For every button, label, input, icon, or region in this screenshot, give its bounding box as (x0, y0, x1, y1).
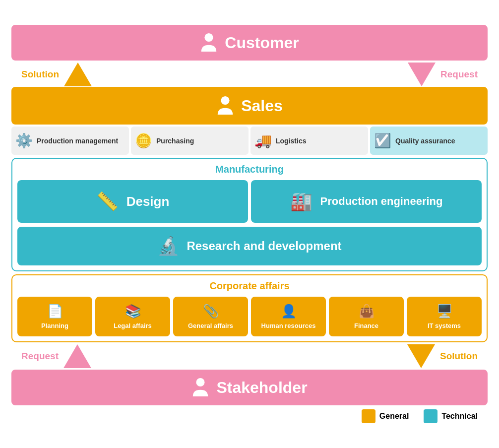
microscope-icon: 🔬 (157, 236, 180, 256)
solution-arrow-down-icon (407, 344, 435, 368)
prod-engineering-label: Production engineering (320, 195, 443, 208)
ruler-icon: 📏 (96, 191, 119, 212)
diagram-container: Customer Solution Request Sales ⚙️ Produ… (6, 20, 493, 428)
corp-general: 📎 General affairs (173, 297, 248, 336)
stakeholder-person-icon (191, 378, 209, 397)
top-flow-arrows: Solution Request (11, 61, 488, 88)
document-icon: 📄 (47, 304, 63, 319)
solution-label-bottom: Solution (440, 351, 478, 362)
corp-legal-label: Legal affairs (114, 322, 152, 329)
prod-engineering-card: 🏭 Production engineering (251, 180, 482, 223)
dept-prod-mgmt-label: Production management (37, 137, 118, 145)
monitor-icon: 🖥️ (437, 304, 452, 319)
factory-icon: 🏭 (290, 191, 312, 212)
corp-general-label: General affairs (188, 322, 233, 329)
dept-quality-label: Quality assurance (395, 137, 455, 145)
dept-purchasing-label: Purchasing (156, 137, 194, 145)
corp-it: 🖥️ IT systems (407, 297, 482, 336)
legend-technical-label: Technical (441, 412, 478, 421)
paperclip-icon: 📎 (203, 304, 219, 319)
corp-planning: 📄 Planning (17, 297, 92, 336)
stakeholder-bar: Stakeholder (11, 370, 488, 405)
manufacturing-section: Manufacturing 📏 Design 🏭 Production engi… (11, 158, 488, 271)
legend-orange-box (362, 409, 375, 423)
person-icon: 👤 (281, 304, 297, 319)
solution-arrow-area: Solution (21, 63, 92, 86)
stakeholder-label: Stakeholder (216, 379, 307, 397)
sales-bar: Sales (11, 87, 488, 125)
corp-planning-label: Planning (41, 322, 68, 329)
departments-row: ⚙️ Production management 🪙 Purchasing 🚚 … (11, 127, 488, 155)
legend-blue-box (424, 409, 437, 423)
books-icon: 📚 (125, 304, 141, 319)
sales-person-icon (216, 96, 234, 116)
corporate-title: Corporate affairs (17, 280, 482, 292)
request-bottom-area: Request (21, 344, 91, 368)
legend-general-label: General (379, 412, 409, 421)
check-icon: ☑️ (374, 132, 391, 149)
wallet-icon: 👜 (359, 304, 374, 319)
request-arrow-down-icon (408, 63, 436, 86)
customer-label: Customer (225, 34, 299, 52)
request-label-top: Request (440, 69, 478, 80)
corp-legal: 📚 Legal affairs (95, 297, 170, 336)
solution-label-top: Solution (21, 69, 59, 80)
design-label: Design (126, 194, 170, 209)
request-label-bottom: Request (21, 351, 59, 362)
solution-bottom-area: Solution (407, 344, 478, 368)
rnd-card: 🔬 Research and development (17, 227, 482, 265)
money-icon: 🪙 (135, 132, 152, 149)
legend-general: General (362, 409, 409, 423)
bottom-flow-arrows: Request Solution (11, 342, 488, 370)
corp-hr-label: Human resources (261, 322, 316, 329)
mfg-main-row: 📏 Design 🏭 Production engineering (17, 180, 482, 223)
dept-logistics: 🚚 Logistics (250, 127, 368, 155)
corporate-section: Corporate affairs 📄 Planning 📚 Legal aff… (11, 274, 488, 342)
request-arrow-area: Request (408, 63, 478, 86)
dept-prod-mgmt: ⚙️ Production management (11, 127, 129, 155)
dept-purchasing: 🪙 Purchasing (131, 127, 249, 155)
dept-logistics-label: Logistics (276, 137, 306, 145)
solution-arrow-up-icon (64, 63, 92, 86)
legend-technical: Technical (424, 409, 478, 423)
dept-quality: ☑️ Quality assurance (370, 127, 488, 155)
legend-row: General Technical (11, 405, 488, 423)
svg-point-1 (221, 96, 230, 105)
rnd-label: Research and development (187, 239, 341, 253)
gear-icon: ⚙️ (15, 132, 33, 149)
corp-cards-row: 📄 Planning 📚 Legal affairs 📎 General aff… (17, 297, 482, 336)
truck-icon: 🚚 (254, 132, 272, 149)
corp-finance: 👜 Finance (329, 297, 404, 336)
customer-person-icon (200, 33, 218, 53)
design-card: 📏 Design (17, 180, 248, 223)
sales-label: Sales (241, 97, 283, 115)
corp-it-label: IT systems (428, 322, 461, 329)
customer-bar: Customer (11, 25, 488, 61)
request-arrow-up-icon (63, 344, 91, 368)
manufacturing-title: Manufacturing (17, 164, 482, 175)
corp-hr: 👤 Human resources (251, 297, 326, 336)
corp-finance-label: Finance (354, 322, 378, 329)
svg-point-0 (205, 33, 213, 42)
svg-point-2 (196, 378, 205, 386)
